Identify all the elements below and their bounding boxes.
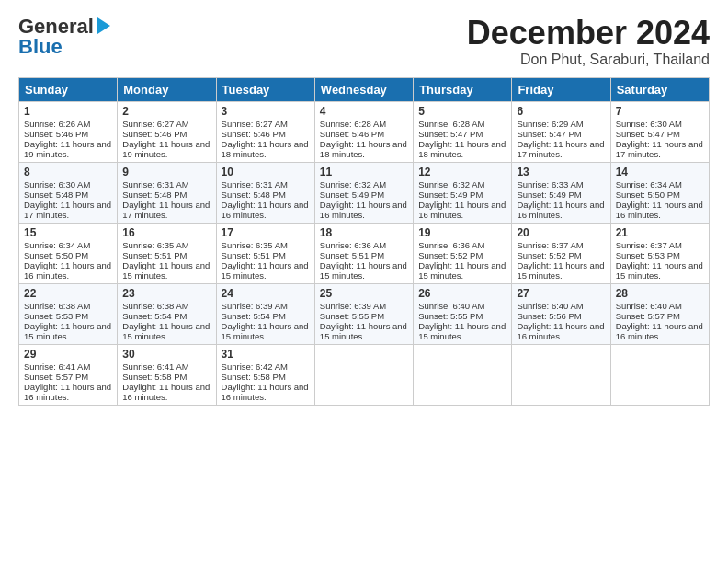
logo-triangle-icon bbox=[97, 17, 110, 34]
calendar-cell: 31Sunrise: 6:42 AMSunset: 5:58 PMDayligh… bbox=[216, 344, 314, 405]
title-block: December 2024 Don Phut, Saraburi, Thaila… bbox=[467, 15, 710, 68]
sunrise-text: Sunrise: 6:27 AM bbox=[222, 119, 288, 129]
sunrise-text: Sunrise: 6:33 AM bbox=[517, 179, 583, 190]
daylight-text: Daylight: 11 hours and 15 minutes. bbox=[418, 321, 506, 341]
calendar-cell: 15Sunrise: 6:34 AMSunset: 5:50 PMDayligh… bbox=[19, 223, 118, 283]
calendar-cell: 12Sunrise: 6:32 AMSunset: 5:49 PMDayligh… bbox=[414, 162, 512, 223]
day-number: 12 bbox=[418, 166, 506, 178]
calendar-cell: 8Sunrise: 6:30 AMSunset: 5:48 PMDaylight… bbox=[19, 162, 118, 223]
daylight-text: Daylight: 11 hours and 16 minutes. bbox=[517, 321, 604, 341]
daylight-text: Daylight: 11 hours and 15 minutes. bbox=[616, 260, 703, 281]
sunset-text: Sunset: 5:48 PM bbox=[122, 190, 187, 200]
sunset-text: Sunset: 5:50 PM bbox=[24, 250, 88, 260]
daylight-text: Daylight: 11 hours and 16 minutes. bbox=[418, 200, 506, 220]
daylight-text: Daylight: 11 hours and 15 minutes. bbox=[222, 321, 309, 341]
calendar-week-row: 15Sunrise: 6:34 AMSunset: 5:50 PMDayligh… bbox=[19, 223, 710, 283]
sunset-text: Sunset: 5:51 PM bbox=[122, 250, 187, 260]
sunset-text: Sunset: 5:47 PM bbox=[517, 129, 581, 139]
daylight-text: Daylight: 11 hours and 15 minutes. bbox=[222, 260, 309, 281]
sunrise-text: Sunrise: 6:29 AM bbox=[517, 119, 583, 129]
daylight-text: Daylight: 11 hours and 16 minutes. bbox=[616, 200, 703, 220]
sunset-text: Sunset: 5:58 PM bbox=[122, 372, 187, 382]
logo-blue: Blue bbox=[18, 35, 63, 59]
calendar-cell bbox=[414, 344, 512, 405]
sunrise-text: Sunrise: 6:40 AM bbox=[418, 301, 484, 311]
day-number: 30 bbox=[122, 348, 210, 361]
sunset-text: Sunset: 5:46 PM bbox=[122, 129, 187, 139]
daylight-text: Daylight: 11 hours and 16 minutes. bbox=[222, 200, 309, 220]
calendar-table: SundayMondayTuesdayWednesdayThursdayFrid… bbox=[18, 77, 710, 406]
calendar-cell: 3Sunrise: 6:27 AMSunset: 5:46 PMDaylight… bbox=[216, 101, 314, 162]
sunset-text: Sunset: 5:51 PM bbox=[320, 250, 384, 260]
day-number: 14 bbox=[616, 166, 704, 178]
day-number: 6 bbox=[517, 105, 605, 118]
daylight-text: Daylight: 11 hours and 15 minutes. bbox=[320, 321, 407, 341]
col-header-thursday: Thursday bbox=[414, 77, 512, 101]
sunrise-text: Sunrise: 6:36 AM bbox=[320, 240, 386, 250]
calendar-week-row: 8Sunrise: 6:30 AMSunset: 5:48 PMDaylight… bbox=[19, 162, 710, 223]
calendar-cell: 16Sunrise: 6:35 AMSunset: 5:51 PMDayligh… bbox=[118, 223, 216, 283]
calendar-cell: 13Sunrise: 6:33 AMSunset: 5:49 PMDayligh… bbox=[512, 162, 610, 223]
calendar-cell: 18Sunrise: 6:36 AMSunset: 5:51 PMDayligh… bbox=[314, 223, 413, 283]
sunset-text: Sunset: 5:54 PM bbox=[122, 311, 187, 321]
sunset-text: Sunset: 5:55 PM bbox=[320, 311, 384, 321]
calendar-cell: 22Sunrise: 6:38 AMSunset: 5:53 PMDayligh… bbox=[19, 283, 118, 344]
col-header-monday: Monday bbox=[118, 77, 216, 101]
sunset-text: Sunset: 5:52 PM bbox=[517, 250, 581, 260]
sunrise-text: Sunrise: 6:30 AM bbox=[616, 119, 682, 129]
day-number: 28 bbox=[616, 287, 704, 300]
calendar-cell: 11Sunrise: 6:32 AMSunset: 5:49 PMDayligh… bbox=[314, 162, 413, 223]
day-number: 18 bbox=[320, 226, 408, 239]
day-number: 11 bbox=[320, 166, 408, 178]
sunset-text: Sunset: 5:58 PM bbox=[222, 372, 286, 382]
daylight-text: Daylight: 11 hours and 18 minutes. bbox=[418, 139, 506, 159]
calendar-cell: 2Sunrise: 6:27 AMSunset: 5:46 PMDaylight… bbox=[118, 101, 216, 162]
day-number: 1 bbox=[24, 105, 112, 118]
daylight-text: Daylight: 11 hours and 16 minutes. bbox=[320, 200, 407, 220]
sunrise-text: Sunrise: 6:26 AM bbox=[24, 119, 90, 129]
sunrise-text: Sunrise: 6:38 AM bbox=[122, 301, 188, 311]
daylight-text: Daylight: 11 hours and 16 minutes. bbox=[24, 382, 111, 402]
daylight-text: Daylight: 11 hours and 17 minutes. bbox=[517, 139, 604, 159]
calendar-title: December 2024 bbox=[467, 15, 710, 52]
sunset-text: Sunset: 5:57 PM bbox=[24, 372, 88, 382]
day-number: 8 bbox=[24, 166, 112, 178]
calendar-cell: 21Sunrise: 6:37 AMSunset: 5:53 PMDayligh… bbox=[610, 223, 709, 283]
day-number: 17 bbox=[222, 226, 310, 239]
daylight-text: Daylight: 11 hours and 19 minutes. bbox=[24, 139, 111, 159]
day-number: 20 bbox=[517, 226, 605, 239]
calendar-cell: 28Sunrise: 6:40 AMSunset: 5:57 PMDayligh… bbox=[610, 283, 709, 344]
sunrise-text: Sunrise: 6:28 AM bbox=[320, 119, 386, 129]
day-number: 25 bbox=[320, 287, 408, 300]
daylight-text: Daylight: 11 hours and 15 minutes. bbox=[122, 321, 210, 341]
daylight-text: Daylight: 11 hours and 19 minutes. bbox=[122, 139, 210, 159]
calendar-cell: 29Sunrise: 6:41 AMSunset: 5:57 PMDayligh… bbox=[19, 344, 118, 405]
day-number: 24 bbox=[222, 287, 310, 300]
day-number: 4 bbox=[320, 105, 408, 118]
day-number: 31 bbox=[222, 348, 310, 361]
day-number: 19 bbox=[418, 226, 506, 239]
sunset-text: Sunset: 5:51 PM bbox=[222, 250, 286, 260]
day-number: 13 bbox=[517, 166, 605, 178]
sunrise-text: Sunrise: 6:31 AM bbox=[122, 179, 188, 190]
daylight-text: Daylight: 11 hours and 16 minutes. bbox=[24, 260, 111, 281]
sunrise-text: Sunrise: 6:42 AM bbox=[222, 362, 288, 372]
page: General Blue December 2024 Don Phut, Sar… bbox=[0, 0, 728, 563]
sunrise-text: Sunrise: 6:41 AM bbox=[24, 362, 90, 372]
sunset-text: Sunset: 5:48 PM bbox=[24, 190, 88, 200]
sunrise-text: Sunrise: 6:30 AM bbox=[24, 179, 90, 190]
daylight-text: Daylight: 11 hours and 17 minutes. bbox=[24, 200, 111, 220]
sunset-text: Sunset: 5:46 PM bbox=[24, 129, 88, 139]
calendar-cell bbox=[314, 344, 413, 405]
calendar-cell bbox=[512, 344, 610, 405]
day-number: 29 bbox=[24, 348, 112, 361]
sunrise-text: Sunrise: 6:34 AM bbox=[24, 240, 90, 250]
sunset-text: Sunset: 5:53 PM bbox=[616, 250, 680, 260]
daylight-text: Daylight: 11 hours and 18 minutes. bbox=[320, 139, 407, 159]
calendar-cell: 19Sunrise: 6:36 AMSunset: 5:52 PMDayligh… bbox=[414, 223, 512, 283]
sunrise-text: Sunrise: 6:39 AM bbox=[222, 301, 288, 311]
day-number: 21 bbox=[616, 226, 704, 239]
sunrise-text: Sunrise: 6:28 AM bbox=[418, 119, 484, 129]
sunrise-text: Sunrise: 6:38 AM bbox=[24, 301, 90, 311]
day-number: 5 bbox=[418, 105, 506, 118]
